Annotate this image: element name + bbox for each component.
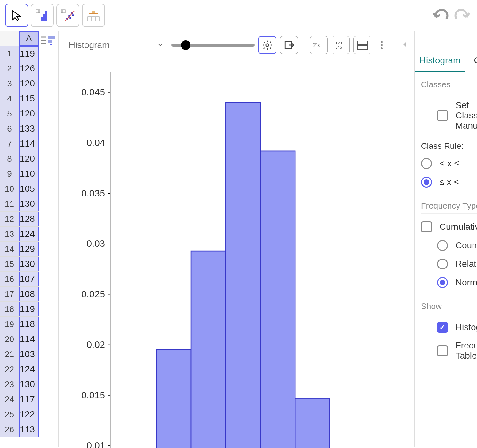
table-row[interactable]: 16107	[0, 272, 39, 287]
row-header[interactable]: 23	[0, 377, 19, 392]
normalized-radio[interactable]	[437, 277, 448, 288]
cell[interactable]: 124	[19, 227, 39, 241]
cell[interactable]: 120	[19, 76, 39, 91]
row-header[interactable]: 3	[0, 76, 19, 91]
table-row[interactable]: 14129	[0, 242, 39, 257]
table-row[interactable]: 12128	[0, 212, 39, 227]
more-menu[interactable]	[375, 41, 388, 49]
cell[interactable]: 120	[19, 151, 39, 166]
row-header[interactable]: 11	[0, 196, 19, 211]
row-header[interactable]: 14	[0, 242, 19, 256]
collapse-panel-icon[interactable]	[401, 41, 408, 50]
analyze-data-icon[interactable]: +	[39, 34, 58, 50]
tab-graph[interactable]: Graph	[465, 50, 477, 72]
row-header[interactable]: 24	[0, 392, 19, 407]
table-row[interactable]: 4115	[0, 91, 39, 106]
cell[interactable]: 133	[19, 121, 39, 136]
cell[interactable]: 103	[19, 347, 39, 362]
row-header[interactable]: 4	[0, 91, 19, 106]
class-rule-1-radio[interactable]	[421, 158, 432, 169]
sheet-corner[interactable]	[0, 31, 19, 46]
export-button[interactable]	[280, 36, 298, 54]
table-row[interactable]: 19118	[0, 317, 39, 332]
row-header[interactable]: 15	[0, 257, 19, 271]
table-row[interactable]: 15130	[0, 257, 39, 272]
table-row[interactable]: 18119	[0, 302, 39, 317]
table-row[interactable]: 20114	[0, 332, 39, 347]
row-header[interactable]: 22	[0, 362, 19, 377]
relative-radio[interactable]	[437, 259, 448, 269]
column-header-a[interactable]: A	[19, 31, 39, 46]
cell[interactable]: 126	[19, 61, 39, 76]
row-header[interactable]: 12	[0, 212, 19, 226]
table-row[interactable]: 22124	[0, 362, 39, 377]
cell[interactable]: 114	[19, 136, 39, 151]
row-header[interactable]: 20	[0, 332, 19, 347]
table-row[interactable]: 26113	[0, 422, 39, 437]
row-header[interactable]: 13	[0, 227, 19, 241]
tab-histogram[interactable]: Histogram	[415, 50, 466, 72]
chart-type-dropdown[interactable]: Histogram	[65, 38, 167, 52]
row-header[interactable]: 1	[0, 46, 19, 61]
row-header[interactable]: 2	[0, 61, 19, 76]
table-row[interactable]: 13124	[0, 227, 39, 242]
cell[interactable]: 114	[19, 332, 39, 347]
table-row[interactable]: 6133	[0, 121, 39, 136]
two-variable-analysis-tool[interactable]	[56, 4, 79, 27]
cell[interactable]: 119	[19, 302, 39, 316]
cell[interactable]: 130	[19, 196, 39, 211]
show-second-plot-button[interactable]	[353, 36, 371, 54]
table-row[interactable]: 1119	[0, 46, 39, 61]
cell[interactable]: 124	[19, 362, 39, 377]
show-data-button[interactable]: 123345	[332, 36, 350, 54]
cell[interactable]: 108	[19, 287, 39, 301]
row-header[interactable]: 7	[0, 136, 19, 151]
class-width-slider[interactable]	[171, 39, 255, 52]
count-radio[interactable]	[437, 240, 448, 251]
move-tool[interactable]	[5, 4, 28, 27]
cell[interactable]: 120	[19, 106, 39, 121]
row-header[interactable]: 26	[0, 422, 19, 437]
table-row[interactable]: 23130	[0, 377, 39, 392]
cell[interactable]: 118	[19, 317, 39, 332]
cell[interactable]: 130	[19, 377, 39, 392]
options-button[interactable]	[258, 36, 276, 54]
table-row[interactable]: 7114	[0, 136, 39, 151]
set-classes-manually-checkbox[interactable]	[437, 110, 448, 121]
row-header[interactable]: 17	[0, 287, 19, 301]
table-row[interactable]: 10105	[0, 181, 39, 196]
row-header[interactable]: 16	[0, 272, 19, 286]
multi-variable-analysis-tool[interactable]	[82, 4, 105, 27]
one-variable-analysis-tool[interactable]	[31, 4, 54, 27]
cell[interactable]: 130	[19, 257, 39, 271]
cell[interactable]: 113	[19, 422, 39, 437]
table-row[interactable]: 5120	[0, 106, 39, 121]
table-row[interactable]: 11130	[0, 196, 39, 212]
cell[interactable]: 117	[19, 392, 39, 407]
row-header[interactable]: 25	[0, 407, 19, 422]
cell[interactable]: 110	[19, 166, 39, 181]
table-row[interactable]: 2126	[0, 61, 39, 76]
table-row[interactable]: 3120	[0, 76, 39, 91]
cell[interactable]: 128	[19, 212, 39, 226]
row-header[interactable]: 6	[0, 121, 19, 136]
table-row[interactable]: 25122	[0, 407, 39, 422]
cell[interactable]: 115	[19, 91, 39, 106]
table-row[interactable]: 8120	[0, 151, 39, 166]
undo-button[interactable]	[431, 7, 450, 24]
cell[interactable]: 105	[19, 181, 39, 196]
cell[interactable]: 129	[19, 242, 39, 256]
show-freq-table-checkbox[interactable]	[437, 345, 448, 356]
row-header[interactable]: 19	[0, 317, 19, 332]
row-header[interactable]: 21	[0, 347, 19, 362]
show-statistics-button[interactable]: Σx	[310, 36, 328, 54]
row-header[interactable]: 10	[0, 181, 19, 196]
cell[interactable]: 122	[19, 407, 39, 422]
table-row[interactable]: 24117	[0, 392, 39, 407]
cumulative-checkbox[interactable]	[421, 221, 432, 232]
row-header[interactable]: 18	[0, 302, 19, 316]
show-histogram-checkbox[interactable]	[437, 322, 448, 333]
cell[interactable]: 119	[19, 46, 39, 61]
row-header[interactable]: 9	[0, 166, 19, 181]
redo-button[interactable]	[453, 7, 472, 24]
